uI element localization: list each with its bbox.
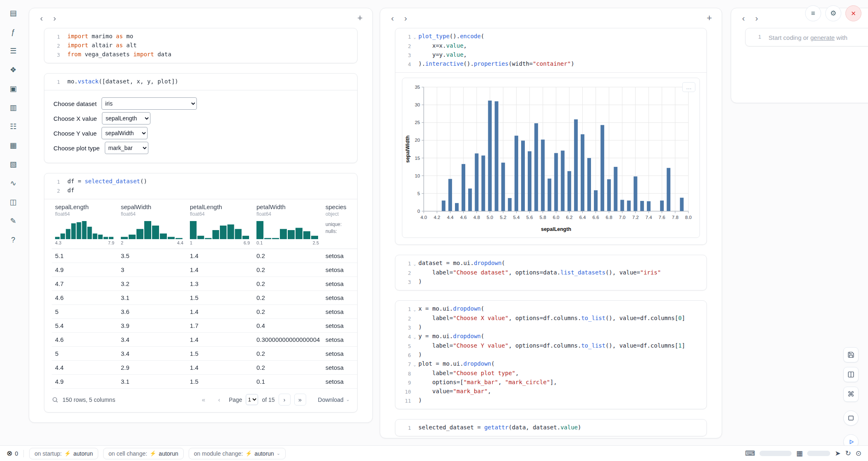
scratchpad-icon[interactable]: ✎ bbox=[7, 214, 20, 228]
chat-icon[interactable]: ◫ bbox=[7, 196, 20, 209]
column-dtype: object bbox=[326, 211, 357, 217]
code-editor[interactable]: 1selected_dataset = getattr(data, datase… bbox=[395, 420, 706, 436]
column-next-button[interactable]: › bbox=[751, 12, 762, 24]
column-header-petalWidth[interactable]: petalWidthfloat640.12.5 bbox=[253, 203, 322, 245]
x-value-select[interactable]: sepalLength bbox=[102, 112, 150, 124]
table-row[interactable]: 4.931.40.2setosa bbox=[52, 263, 357, 277]
pointer-icon[interactable]: ➤ bbox=[835, 449, 840, 458]
chip-label: on module change: bbox=[194, 450, 243, 457]
keyboard-icon[interactable]: ⌨ bbox=[745, 449, 755, 458]
runtime-config-chip[interactable]: on startup:⚡autorun bbox=[29, 448, 98, 459]
runtime-config-chip[interactable]: on cell change:⚡autorun bbox=[103, 448, 184, 459]
table-row[interactable]: 4.93.11.50.1setosa bbox=[52, 375, 357, 389]
column-histogram[interactable] bbox=[121, 221, 183, 239]
fold-toggle-icon[interactable]: ⌄ bbox=[411, 360, 418, 369]
table-row[interactable]: 4.63.41.40.30000000000000004setosa bbox=[52, 333, 357, 347]
table-row[interactable]: 53.61.40.2setosa bbox=[52, 305, 357, 319]
plot-type-select[interactable]: mark_bar bbox=[105, 142, 148, 154]
code-editor[interactable]: 1⌄dataset = mo.ui.dropdown(2 label="Choo… bbox=[395, 255, 706, 290]
packages-icon[interactable]: ▣ bbox=[7, 82, 20, 95]
table-row[interactable]: 4.42.91.40.2setosa bbox=[52, 361, 357, 375]
last-page-button[interactable]: » bbox=[294, 394, 306, 406]
column-histogram[interactable] bbox=[55, 221, 114, 239]
outline-icon[interactable]: ☷ bbox=[7, 120, 20, 133]
table-row[interactable]: 53.41.50.2setosa bbox=[52, 347, 357, 361]
code-text: y=y.value, bbox=[418, 51, 467, 60]
download-button[interactable]: Download ⌄ bbox=[318, 396, 350, 403]
file-explorer-icon[interactable]: ▤ bbox=[7, 7, 20, 20]
dataset-select[interactable]: iris bbox=[102, 97, 197, 110]
table-row[interactable]: 5.43.91.70.4setosa bbox=[52, 319, 357, 333]
bar-chart[interactable]: 4.04.24.44.64.85.05.25.45.65.86.06.26.46… bbox=[404, 81, 698, 236]
logs-icon[interactable]: ▦ bbox=[7, 139, 20, 152]
code-text: from vega_datasets import data bbox=[67, 50, 171, 59]
svg-text:4.4: 4.4 bbox=[447, 215, 454, 220]
documentation-icon[interactable]: ▥ bbox=[7, 101, 20, 114]
save-button[interactable] bbox=[843, 347, 859, 362]
code-editor[interactable]: 1⌄x = mo.ui.dropdown(2 label="Choose X v… bbox=[395, 301, 706, 409]
cpu-meter[interactable] bbox=[760, 451, 792, 456]
menu-button[interactable]: ≡ bbox=[805, 5, 821, 21]
dependency-graph-icon[interactable]: ❖ bbox=[7, 63, 20, 76]
column-histogram[interactable] bbox=[256, 221, 319, 239]
tracing-icon[interactable]: ∿ bbox=[7, 177, 20, 190]
column-histogram[interactable] bbox=[190, 221, 250, 239]
code-editor[interactable]: 1df = selected_dataset()2df bbox=[44, 173, 357, 199]
empty-code-editor[interactable]: 1 Start coding or generate with bbox=[746, 28, 868, 46]
datasources-icon[interactable]: ☰ bbox=[7, 44, 20, 58]
table-row[interactable]: 4.63.11.50.2setosa bbox=[52, 291, 357, 305]
line-number: 1 bbox=[400, 259, 411, 268]
help-icon[interactable]: ? bbox=[7, 233, 20, 247]
runtime-config-chip[interactable]: on module change:⚡autorun⌄ bbox=[189, 448, 286, 459]
chart-options-button[interactable]: … bbox=[682, 82, 695, 92]
memory-meter[interactable] bbox=[807, 451, 830, 456]
column-prev-button[interactable]: ‹ bbox=[738, 12, 749, 24]
settings-button[interactable]: ⚙ bbox=[825, 5, 841, 21]
power-icon[interactable]: ⊙ bbox=[856, 449, 861, 458]
code-editor[interactable]: 1mo.vstack([dataset, x, y, plot]) bbox=[44, 74, 357, 90]
variables-icon[interactable]: ƒ bbox=[7, 25, 20, 39]
close-button[interactable]: ✕ bbox=[845, 5, 861, 21]
table-cell: 1.7 bbox=[187, 322, 253, 329]
next-page-button[interactable]: › bbox=[279, 394, 291, 406]
column-prev-button[interactable]: ‹ bbox=[36, 12, 47, 24]
error-counter[interactable]: ⊗ 0 bbox=[7, 449, 18, 458]
generate-with-ai-link[interactable]: generate bbox=[810, 34, 835, 41]
page-select[interactable]: 1 bbox=[246, 394, 258, 405]
keyboard-shortcuts-button[interactable]: ⌘ bbox=[843, 387, 859, 402]
fold-toggle-icon[interactable]: ⌄ bbox=[411, 259, 418, 268]
svg-text:6.6: 6.6 bbox=[593, 215, 599, 220]
fold-toggle-icon[interactable]: ⌄ bbox=[411, 304, 418, 314]
first-page-button[interactable]: « bbox=[198, 394, 210, 406]
search-icon[interactable] bbox=[52, 396, 58, 403]
panel-layout-button[interactable] bbox=[843, 367, 859, 382]
fold-toggle-icon[interactable]: ⌄ bbox=[411, 332, 418, 341]
snippets-icon[interactable]: ▧ bbox=[7, 158, 20, 171]
column-next-button[interactable]: › bbox=[49, 12, 60, 24]
svg-text:5.2: 5.2 bbox=[500, 215, 506, 220]
table-row[interactable]: 4.73.21.30.2setosa bbox=[52, 277, 357, 291]
column-header-species[interactable]: speciesobjectunique:nulls: bbox=[322, 203, 357, 245]
code-editor[interactable]: 1⌄plot_type().encode(2 x=x.value,3 y=y.v… bbox=[395, 28, 706, 72]
table-cell: setosa bbox=[322, 336, 357, 343]
column-header-petalLength[interactable]: petalLengthfloat6416.9 bbox=[187, 203, 253, 245]
add-cell-button[interactable]: + bbox=[354, 12, 366, 24]
y-value-select[interactable]: sepalWidth bbox=[102, 127, 148, 139]
fold-toggle-icon[interactable]: ⌄ bbox=[411, 32, 418, 41]
column-header-sepalWidth[interactable]: sepalWidthfloat6424.4 bbox=[118, 203, 187, 245]
memory-icon[interactable]: ▦ bbox=[796, 449, 803, 458]
table-row[interactable]: 5.13.51.40.2setosa bbox=[52, 249, 357, 263]
column-next-button[interactable]: › bbox=[400, 12, 411, 24]
prev-page-button[interactable]: ‹ bbox=[213, 394, 225, 406]
refresh-icon[interactable]: ↻ bbox=[845, 449, 851, 458]
column-prev-button[interactable]: ‹ bbox=[387, 12, 398, 24]
line-number: 1 bbox=[400, 423, 411, 432]
add-cell-button[interactable]: + bbox=[704, 12, 715, 24]
fold-spacer bbox=[411, 51, 418, 60]
line-number: 1 bbox=[400, 32, 411, 41]
code-editor[interactable]: 1import marimo as mo2import altair as al… bbox=[44, 28, 357, 63]
runtime-config-chips: on startup:⚡autorunon cell change:⚡autor… bbox=[29, 448, 286, 459]
console-button[interactable] bbox=[843, 410, 859, 426]
column-histogram bbox=[55, 221, 113, 239]
column-header-sepalLength[interactable]: sepalLengthfloat644.37.9 bbox=[52, 203, 118, 245]
